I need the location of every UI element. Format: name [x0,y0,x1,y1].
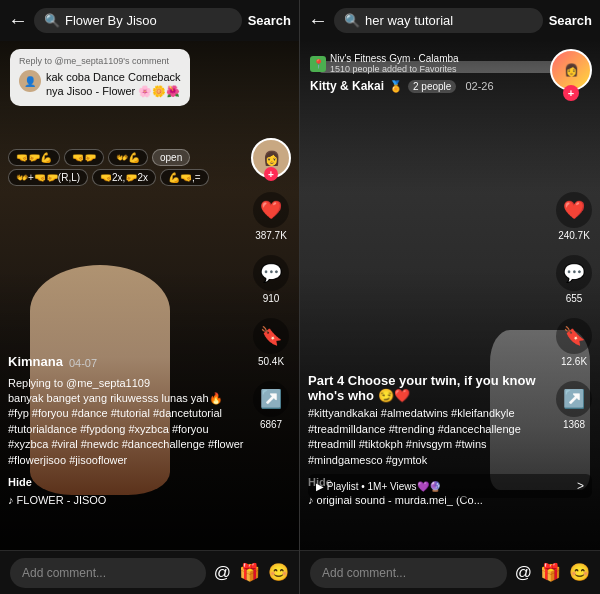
left-bottom-bar: Add comment... @ 🎁 😊 [0,550,299,594]
left-tag-open[interactable]: open [152,149,190,166]
left-tag-eq[interactable]: 💪🤜,= [160,169,209,186]
left-comment-count: 910 [263,293,280,304]
left-creator-avatar-item[interactable]: 👩 + [251,138,291,178]
right-location-icon: 📍 [310,56,326,72]
right-bookmark-button[interactable]: 🔖 12.6K [556,318,592,367]
left-comment-reply-label: Reply to @me_septa1109's comment [19,56,181,66]
left-comment-input[interactable]: Add comment... [10,558,206,588]
left-like-count: 387.7K [255,230,287,241]
left-tags-row2: 👐+🤜🤛(R,L) 🤜2x,🤛2x 💪🤜,= [8,169,291,186]
right-bookmark-count: 12.6K [561,356,587,367]
left-search-query: Flower By Jisoo [65,13,157,28]
left-comment-avatar: 👤 [19,70,41,92]
left-creator-name: Kimnana [8,354,63,369]
right-search-query: her way tutorial [365,13,453,28]
left-tag-3[interactable]: 👐💪 [108,149,148,166]
right-video-date: 02-26 [465,80,493,92]
left-at-icon[interactable]: @ [214,563,231,583]
right-creator-emoji: 🏅 [389,80,403,93]
right-emoji-icon[interactable]: 😊 [569,562,590,583]
right-search-button[interactable]: Search [549,13,592,28]
right-side-actions: ❤️ 240.7K 💬 655 🔖 12.6K ↗️ 1368 [556,192,592,430]
left-video-desc: Replying to @me_septa1109 banyak banget … [8,376,244,468]
left-comment-bubble: Reply to @me_septa1109's comment 👤 kak c… [10,49,190,106]
right-avatar-stack[interactable]: 👩 + [550,49,592,101]
right-back-button[interactable]: ← [308,9,328,32]
left-side-actions: 👩 + ❤️ 387.7K 💬 910 🔖 50.4K ↗️ [251,138,291,430]
right-search-icon: 🔍 [344,13,360,28]
right-at-icon[interactable]: @ [515,563,532,583]
left-follow-plus: + [264,167,278,181]
right-comment-placeholder: Add comment... [322,566,406,580]
left-bookmark-button[interactable]: 🔖 50.4K [253,318,289,367]
right-video-area: 📍 Niv's Fitness Gym · Calamba 1510 peopl… [300,41,600,550]
right-search-input-wrap[interactable]: 🔍 her way tutorial [334,8,543,33]
right-location-sub: 1510 people added to Favorites [330,64,459,74]
right-share-count: 1368 [563,419,585,430]
left-video-info: Kimnana 04-07 Replying to @me_septa1109 … [8,354,244,490]
left-share-count: 6867 [260,419,282,430]
right-playlist-chevron: > [577,479,584,493]
right-follow-plus: + [563,85,579,101]
left-search-icon: 🔍 [44,13,60,28]
right-gift-icon[interactable]: 🎁 [540,562,561,583]
right-video-info: Part 4 Choose your twin, if you know who… [308,373,545,490]
left-music-label: ♪ FLOWER - JISOO [8,494,106,506]
left-back-button[interactable]: ← [8,9,28,32]
right-playlist-bar[interactable]: ▶ Playlist • 1M+ Views💜🔮 > [308,474,592,498]
left-comment-button[interactable]: 💬 910 [253,255,289,304]
left-tag-1[interactable]: 🤜🤛💪 [8,149,60,166]
left-video-date: 04-07 [69,357,97,369]
right-people-count: 2 people [408,80,456,93]
left-comment-placeholder: Add comment... [22,566,106,580]
right-comment-input[interactable]: Add comment... [310,558,507,588]
left-tag-rl[interactable]: 👐+🤜🤛(R,L) [8,169,88,186]
right-comment-button[interactable]: 💬 655 [556,255,592,304]
left-tags-row1: 🤜🤛💪 🤜🤛 👐💪 open [8,149,291,166]
left-comment-text: kak coba Dance Comeback nya Jisoo - Flow… [46,70,181,99]
left-video-area: Reply to @me_septa1109's comment 👤 kak c… [0,41,299,550]
right-creator-row: Kitty & Kakai 🏅 2 people 02-26 [310,79,550,93]
left-search-button[interactable]: Search [248,13,291,28]
right-bottom-bar: Add comment... @ 🎁 😊 [300,550,600,594]
left-share-button[interactable]: ↗️ 6867 [253,381,289,430]
left-search-bar: ← 🔍 Flower By Jisoo Search [0,0,299,41]
left-hide-button[interactable]: Hide [8,476,32,488]
right-video-title: Part 4 Choose your twin, if you know who… [308,373,545,403]
left-bookmark-count: 50.4K [258,356,284,367]
left-music-row: ♪ FLOWER - JISOO [8,494,244,506]
right-like-button[interactable]: ❤️ 240.7K [556,192,592,241]
right-like-count: 240.7K [558,230,590,241]
right-creator-name: Kitty & Kakai [310,79,384,93]
right-playlist-text: ▶ Playlist • 1M+ Views💜🔮 [316,481,441,492]
right-video-bg: 📍 Niv's Fitness Gym · Calamba 1510 peopl… [300,41,600,550]
right-comment-count: 655 [566,293,583,304]
left-panel: ← 🔍 Flower By Jisoo Search Reply to @me_… [0,0,300,594]
right-location-name: Niv's Fitness Gym · Calamba [330,53,459,64]
left-tag-2[interactable]: 🤜🤛 [64,149,104,166]
right-search-bar: ← 🔍 her way tutorial Search [300,0,600,41]
left-like-button[interactable]: ❤️ 387.7K [253,192,289,241]
right-panel: ← 🔍 her way tutorial Search 📍 Niv's Fitn… [300,0,600,594]
right-video-desc: #kittyandkakai #almedatwins #kleifandkyl… [308,406,545,468]
right-share-button[interactable]: ↗️ 1368 [556,381,592,430]
right-location-badge: 📍 Niv's Fitness Gym · Calamba 1510 peopl… [310,53,459,74]
left-search-input-wrap[interactable]: 🔍 Flower By Jisoo [34,8,242,33]
left-gift-icon[interactable]: 🎁 [239,562,260,583]
left-emoji-icon[interactable]: 😊 [268,562,289,583]
left-tag-2x[interactable]: 🤜2x,🤛2x [92,169,156,186]
left-video-bg: Reply to @me_septa1109's comment 👤 kak c… [0,41,299,550]
